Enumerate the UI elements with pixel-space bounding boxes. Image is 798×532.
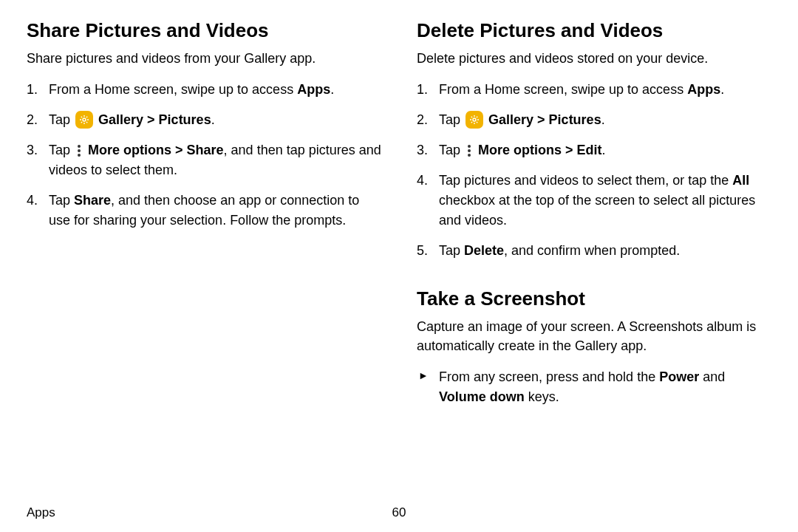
gallery-bold: Gallery bbox=[488, 112, 533, 127]
right-column: Delete Pictures and Videos Delete pictur… bbox=[417, 19, 771, 407]
sep: > bbox=[562, 143, 577, 157]
text: checkbox at the top of the screen to sel… bbox=[439, 193, 755, 228]
sep: > bbox=[171, 143, 187, 157]
edit-bold: Edit bbox=[577, 143, 602, 157]
text: . bbox=[211, 112, 215, 127]
share-heading: Share Pictures and Videos bbox=[27, 19, 381, 42]
screenshot-section: Take a Screenshot Capture an image of yo… bbox=[417, 287, 771, 406]
text: Tap bbox=[49, 112, 74, 127]
share-step-1: From a Home screen, swipe up to access A… bbox=[27, 80, 381, 100]
sep: > bbox=[533, 112, 549, 127]
screenshot-steps: From any screen, press and hold the Powe… bbox=[417, 367, 771, 407]
delete-step-4: Tap pictures and videos to select them, … bbox=[417, 171, 771, 231]
text: , and confirm when prompted. bbox=[504, 243, 680, 258]
text: keys. bbox=[525, 389, 559, 404]
svg-point-1 bbox=[473, 118, 476, 121]
more-options-bold: More options bbox=[478, 143, 562, 157]
screenshot-bullet: From any screen, press and hold the Powe… bbox=[417, 367, 771, 407]
footer-section-label: Apps bbox=[27, 505, 55, 520]
delete-heading: Delete Pictures and Videos bbox=[417, 19, 771, 42]
text: Tap bbox=[49, 143, 74, 157]
volume-down-bold: Volume down bbox=[439, 389, 525, 404]
delete-intro: Delete pictures and videos stored on you… bbox=[417, 50, 771, 68]
share-step-4: Tap Share, and then choose an app or con… bbox=[27, 191, 381, 231]
text: Tap bbox=[439, 143, 464, 157]
share-bold: Share bbox=[74, 193, 111, 208]
pictures-bold: Pictures bbox=[159, 112, 211, 127]
pictures-bold: Pictures bbox=[549, 112, 601, 127]
left-column: Share Pictures and Videos Share pictures… bbox=[27, 19, 381, 407]
svg-point-0 bbox=[83, 118, 86, 121]
text: Tap bbox=[439, 112, 464, 127]
more-options-icon bbox=[466, 144, 473, 157]
text: and bbox=[699, 369, 725, 384]
text: Tap bbox=[49, 193, 74, 208]
delete-step-2: Tap Gallery > Pictures. bbox=[417, 110, 771, 130]
share-step-2: Tap Gallery > Pictures. bbox=[27, 110, 381, 130]
all-bold: All bbox=[732, 173, 749, 188]
apps-bold: Apps bbox=[297, 82, 330, 97]
share-section: Share Pictures and Videos Share pictures… bbox=[27, 19, 381, 231]
delete-bold: Delete bbox=[464, 243, 504, 258]
more-options-icon bbox=[75, 144, 83, 157]
delete-section: Delete Pictures and Videos Delete pictur… bbox=[417, 19, 771, 261]
gallery-icon bbox=[466, 111, 483, 129]
text: . bbox=[720, 82, 724, 97]
text: Tap bbox=[439, 243, 464, 258]
share-step-3: Tap More options > Share, and then tap p… bbox=[27, 140, 381, 180]
screenshot-heading: Take a Screenshot bbox=[417, 287, 771, 310]
text: From any screen, press and hold the bbox=[439, 369, 659, 384]
delete-step-3: Tap More options > Edit. bbox=[417, 140, 771, 160]
gallery-icon bbox=[75, 111, 93, 129]
text: Tap pictures and videos to select them, … bbox=[439, 173, 732, 188]
page-footer: Apps 60 bbox=[27, 505, 771, 520]
share-steps: From a Home screen, swipe up to access A… bbox=[27, 80, 381, 231]
more-options-bold: More options bbox=[88, 143, 171, 157]
page-columns: Share Pictures and Videos Share pictures… bbox=[27, 19, 771, 407]
text: From a Home screen, swipe up to access bbox=[439, 82, 687, 97]
apps-bold: Apps bbox=[687, 82, 720, 97]
gallery-bold: Gallery bbox=[98, 112, 143, 127]
share-bold: Share bbox=[187, 143, 224, 157]
text: . bbox=[601, 112, 605, 127]
screenshot-intro: Capture an image of your screen. A Scree… bbox=[417, 318, 771, 355]
text: . bbox=[602, 143, 606, 157]
text: . bbox=[330, 82, 334, 97]
delete-steps: From a Home screen, swipe up to access A… bbox=[417, 80, 771, 261]
text: From a Home screen, swipe up to access bbox=[49, 82, 297, 97]
power-bold: Power bbox=[659, 369, 699, 384]
delete-step-5: Tap Delete, and confirm when prompted. bbox=[417, 241, 771, 261]
delete-step-1: From a Home screen, swipe up to access A… bbox=[417, 80, 771, 100]
share-intro: Share pictures and videos from your Gall… bbox=[27, 50, 381, 68]
sep: > bbox=[143, 112, 159, 127]
footer-page-number: 60 bbox=[392, 505, 406, 520]
